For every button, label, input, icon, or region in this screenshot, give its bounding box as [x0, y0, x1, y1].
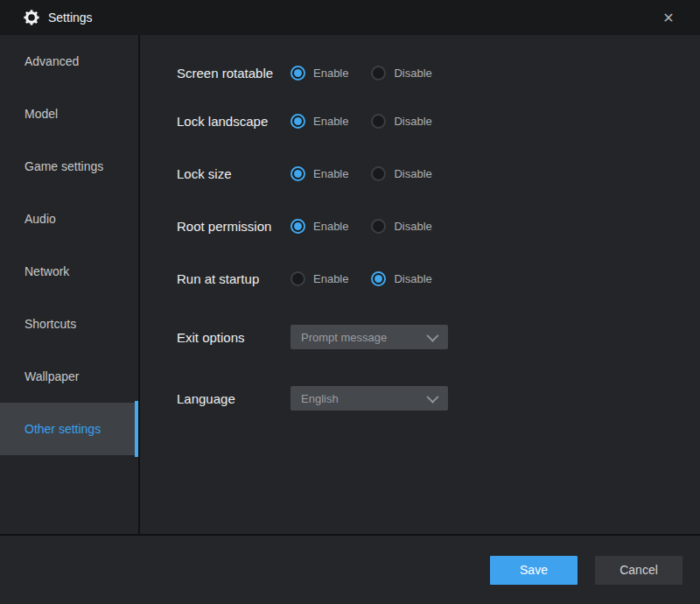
setting-label: Language: [177, 391, 290, 406]
setting-row-root-permission: Root permission Enable Disable: [177, 214, 700, 238]
sidebar-item-model[interactable]: Model: [0, 88, 138, 140]
setting-row-lock-landscape: Lock landscape Enable Disable: [177, 109, 700, 133]
radio-icon: [371, 219, 386, 234]
cancel-button[interactable]: Cancel: [595, 556, 682, 585]
sidebar-item-other-settings[interactable]: Other settings: [0, 403, 138, 455]
exit-options-dropdown[interactable]: Prompt message: [290, 325, 448, 349]
chevron-down-icon: [426, 330, 438, 342]
radio-icon: [290, 271, 305, 286]
setting-row-lock-size: Lock size Enable Disable: [177, 161, 700, 186]
radio-enable[interactable]: Enable: [290, 219, 348, 234]
title-bar: Settings ✕: [0, 0, 700, 35]
radio-enable[interactable]: Enable: [290, 66, 348, 81]
setting-label: Screen rotatable: [177, 66, 290, 81]
sidebar-item-audio[interactable]: Audio: [0, 193, 138, 245]
setting-label: Lock landscape: [177, 114, 290, 129]
settings-sidebar: Advanced Model Game settings Audio Netwo…: [0, 35, 140, 534]
sidebar-item-advanced[interactable]: Advanced: [0, 35, 138, 88]
radio-icon: [371, 166, 386, 181]
radio-icon: [290, 114, 305, 129]
sidebar-item-shortcuts[interactable]: Shortcuts: [0, 298, 138, 350]
radio-icon: [371, 271, 386, 286]
sidebar-item-game-settings[interactable]: Game settings: [0, 140, 138, 193]
setting-label: Exit options: [177, 330, 290, 345]
close-icon[interactable]: ✕: [649, 0, 688, 35]
setting-row-run-at-startup: Run at startup Enable Disable: [177, 266, 700, 291]
radio-enable[interactable]: Enable: [290, 114, 348, 129]
setting-label: Root permission: [177, 219, 290, 234]
save-button[interactable]: Save: [490, 556, 578, 585]
radio-icon: [371, 114, 386, 129]
radio-disable[interactable]: Disable: [371, 166, 431, 181]
chevron-down-icon: [426, 391, 438, 404]
footer-bar: Save Cancel: [0, 534, 700, 604]
setting-row-language: Language English: [177, 386, 700, 411]
radio-disable[interactable]: Disable: [371, 271, 431, 286]
radio-disable[interactable]: Disable: [371, 219, 431, 234]
radio-enable[interactable]: Enable: [290, 271, 348, 286]
radio-enable[interactable]: Enable: [290, 166, 348, 181]
selection-bar: [135, 401, 138, 457]
radio-icon: [290, 219, 305, 234]
radio-icon: [290, 166, 305, 181]
setting-row-screen-rotatable: Screen rotatable Enable Disable: [177, 60, 700, 85]
settings-content-pane: Screen rotatable Enable Disable Lock lan…: [142, 35, 700, 534]
language-dropdown[interactable]: English: [290, 386, 448, 411]
radio-icon: [371, 66, 386, 81]
setting-row-exit-options: Exit options Prompt message: [177, 325, 700, 349]
radio-icon: [290, 66, 305, 81]
sidebar-item-network[interactable]: Network: [0, 245, 138, 298]
setting-label: Lock size: [177, 166, 290, 181]
sidebar-item-wallpaper[interactable]: Wallpaper: [0, 350, 138, 403]
settings-gear-icon: [24, 10, 39, 25]
radio-disable[interactable]: Disable: [371, 66, 431, 81]
radio-disable[interactable]: Disable: [371, 114, 431, 129]
setting-label: Run at startup: [177, 271, 290, 286]
window-title: Settings: [48, 11, 93, 25]
